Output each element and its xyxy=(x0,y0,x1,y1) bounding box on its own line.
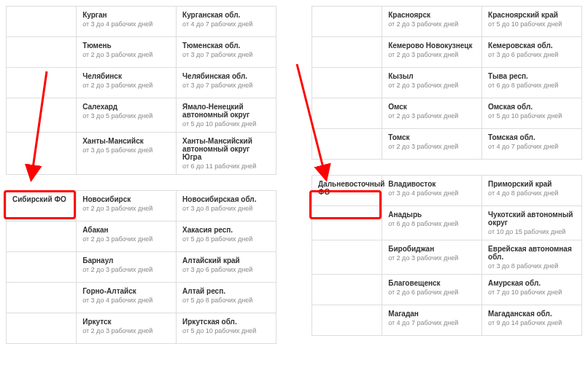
table-row: Барнаулот 2 до 3 рабочих днейАлтайский к… xyxy=(7,252,276,283)
city-term: от 2 до 3 рабочих дней xyxy=(388,82,476,89)
city-name: Горно-Алтайск xyxy=(82,287,170,295)
region-head xyxy=(7,222,77,252)
city-cell: Магаданот 4 до 7 рабочих дней xyxy=(382,305,482,336)
region-head xyxy=(312,129,382,160)
area-name: Ямало-Ненецкий автономный округ xyxy=(182,103,270,119)
table-row: Абаканот 2 до 3 рабочих днейХакасия респ… xyxy=(7,222,276,252)
table-row: Челябинскот 2 до 3 рабочих днейЧелябинск… xyxy=(7,68,276,98)
table-row: Сибирский ФОНовосибирскот 2 до 3 рабочих… xyxy=(7,191,276,222)
region-head xyxy=(312,305,382,336)
city-name: Абакан xyxy=(82,226,170,234)
city-cell: Ханты-Мансийскот 3 до 5 рабочих дней xyxy=(77,133,177,175)
city-cell: Горно-Алтайскот 3 до 4 рабочих дней xyxy=(77,283,177,313)
area-name: Алтай респ. xyxy=(182,287,270,295)
city-term: от 4 до 7 рабочих дней xyxy=(388,319,476,326)
city-name: Новосибирск xyxy=(82,195,170,203)
city-name: Барнаул xyxy=(82,256,170,265)
city-term: от 6 до 8 рабочих дней xyxy=(388,220,476,227)
area-term: от 3 до 7 рабочих дней xyxy=(182,51,270,58)
area-cell: Ханты-Мансийский автономный округ Юграот… xyxy=(177,133,276,175)
area-cell: Кемеровская обл.от 3 до 6 рабочих дней xyxy=(482,37,582,68)
city-cell: Салехардот 3 до 5 рабочих дней xyxy=(77,98,177,133)
city-name: Ханты-Мансийск xyxy=(82,137,170,145)
table-row: Кызылот 2 до 3 рабочих днейТыва респ.от … xyxy=(312,68,582,98)
right-table: Красноярскот 2 до 3 рабочих днейКраснояр… xyxy=(312,6,582,336)
table-row: Кемерово Новокузнецкот 2 до 3 рабочих дн… xyxy=(312,37,582,68)
area-cell: Иркутская обл.от 5 до 10 рабочих дней xyxy=(177,313,276,344)
area-cell: Томская обл.от 4 до 7 рабочих дней xyxy=(482,129,582,160)
area-cell: Ямало-Ненецкий автономный округот 5 до 1… xyxy=(177,98,276,133)
city-cell: Кемерово Новокузнецкот 2 до 3 рабочих дн… xyxy=(382,37,482,68)
area-term: от 5 до 10 рабочих дней xyxy=(488,20,576,28)
area-term: от 3 до 6 рабочих дней xyxy=(488,51,576,58)
table-row: Красноярскот 2 до 3 рабочих днейКраснояр… xyxy=(312,7,582,37)
area-term: от 5 до 10 рабочих дней xyxy=(182,120,270,128)
city-cell: Благовещенскот 2 до 6 рабочих дней xyxy=(382,275,482,305)
table-row: Биробиджанот 2 до 3 рабочих днейЕврейска… xyxy=(312,240,582,275)
area-name: Алтайский край xyxy=(182,256,270,265)
city-term: от 2 до 6 рабочих дней xyxy=(388,289,476,296)
city-term: от 2 до 3 рабочих дней xyxy=(388,254,476,262)
area-name: Омская обл. xyxy=(488,103,576,111)
table-row: Курганот 3 до 4 рабочих днейКурганская о… xyxy=(7,7,276,37)
table-row: Ханты-Мансийскот 3 до 5 рабочих днейХант… xyxy=(7,133,276,175)
city-cell: Томскот 2 до 3 рабочих дней xyxy=(382,129,482,160)
area-term: от 4 до 8 рабочих дней xyxy=(488,189,576,197)
area-term: от 3 до 6 рабочих дней xyxy=(182,266,270,273)
left-column: Курганот 3 до 4 рабочих днейКурганская о… xyxy=(6,6,276,344)
city-term: от 2 до 3 рабочих дней xyxy=(82,327,170,334)
region-head xyxy=(312,37,382,68)
city-cell: Новосибирскот 2 до 3 рабочих дней xyxy=(77,191,177,222)
region-head xyxy=(7,313,77,344)
city-term: от 3 до 5 рабочих дней xyxy=(82,146,170,154)
area-name: Новосибирская обл. xyxy=(182,195,270,203)
city-term: от 3 до 4 рабочих дней xyxy=(82,297,170,304)
area-term: от 5 до 8 рабочих дней xyxy=(182,235,270,243)
city-cell: Челябинскот 2 до 3 рабочих дней xyxy=(77,68,177,98)
city-name: Красноярск xyxy=(388,11,476,19)
city-cell: Кызылот 2 до 3 рабочих дней xyxy=(382,68,482,98)
area-cell: Алтайский крайот 3 до 6 рабочих дней xyxy=(177,252,276,283)
city-name: Челябинск xyxy=(82,72,170,80)
city-name: Курган xyxy=(82,11,170,19)
area-name: Чукотский автономный округ xyxy=(488,211,576,227)
area-term: от 9 до 14 рабочих дней xyxy=(488,319,576,326)
city-name: Омск xyxy=(388,103,476,111)
area-name: Тыва респ. xyxy=(488,72,576,80)
area-cell: Курганская обл.от 4 до 7 рабочих дней xyxy=(177,7,276,37)
region-head xyxy=(7,68,77,98)
city-term: от 3 до 4 рабочих дней xyxy=(82,20,170,28)
area-cell: Хакасия респ.от 5 до 8 рабочих дней xyxy=(177,222,276,252)
region-head xyxy=(312,240,382,275)
area-cell: Омская обл.от 5 до 10 рабочих дней xyxy=(482,98,582,129)
area-name: Магаданская обл. xyxy=(488,310,576,318)
area-name: Томская обл. xyxy=(488,133,576,141)
area-cell: Алтай респ.от 5 до 8 рабочих дней xyxy=(177,283,276,313)
right-column: Красноярскот 2 до 3 рабочих днейКраснояр… xyxy=(312,6,582,344)
table-row: Магаданот 4 до 7 рабочих днейМагаданская… xyxy=(312,305,582,336)
city-cell: Красноярскот 2 до 3 рабочих дней xyxy=(382,7,482,37)
city-term: от 3 до 4 рабочих дней xyxy=(388,189,476,197)
table-row: Анадырьот 6 до 8 рабочих днейЧукотский а… xyxy=(312,206,582,240)
region-head: Сибирский ФО xyxy=(7,191,77,222)
table-row: Дальневосточный ФОВладивостокот 3 до 4 р… xyxy=(312,176,582,206)
area-term: от 5 до 10 рабочих дней xyxy=(488,112,576,119)
city-name: Томск xyxy=(388,133,476,141)
table-row: Томскот 2 до 3 рабочих днейТомская обл.о… xyxy=(312,129,582,160)
city-name: Магадан xyxy=(388,310,476,318)
area-term: от 3 до 7 рабочих дней xyxy=(182,82,270,89)
city-cell: Абаканот 2 до 3 рабочих дней xyxy=(77,222,177,252)
table-row: Омскот 2 до 3 рабочих днейОмская обл.от … xyxy=(312,98,582,129)
area-name: Кемеровская обл. xyxy=(488,42,576,50)
city-cell: Тюменьот 2 до 3 рабочих дней xyxy=(77,37,177,68)
city-term: от 2 до 3 рабочих дней xyxy=(388,51,476,58)
city-cell: Иркутскот 2 до 3 рабочих дней xyxy=(77,313,177,344)
city-term: от 2 до 3 рабочих дней xyxy=(82,205,170,212)
city-cell: Владивостокот 3 до 4 рабочих дней xyxy=(382,176,482,206)
table-row: Благовещенскот 2 до 6 рабочих днейАмурск… xyxy=(312,275,582,305)
area-term: от 6 до 8 рабочих дней xyxy=(488,82,576,89)
table-row: Горно-Алтайскот 3 до 4 рабочих днейАлтай… xyxy=(7,283,276,313)
region-head xyxy=(7,133,77,175)
area-name: Тюменская обл. xyxy=(182,42,270,50)
city-name: Благовещенск xyxy=(388,279,476,287)
